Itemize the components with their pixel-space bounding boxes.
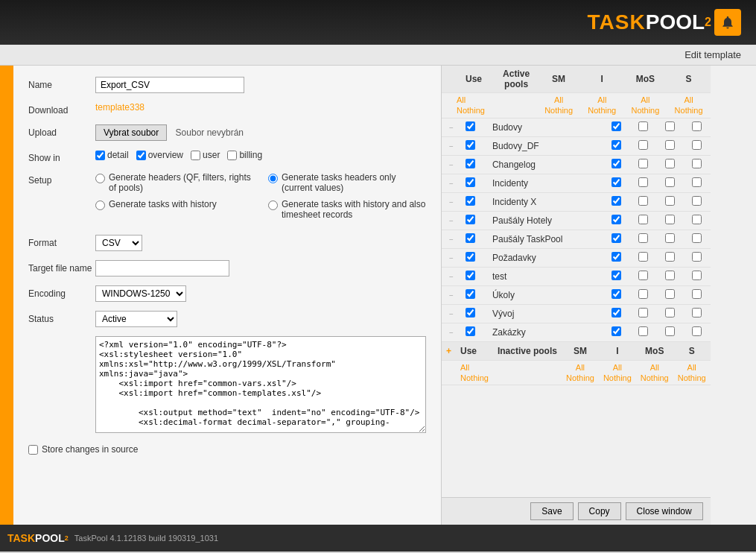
mos-checkbox-11[interactable] xyxy=(665,326,675,336)
inactive-i-all-link[interactable]: All xyxy=(603,362,632,373)
gen-tasks-history-radio[interactable] xyxy=(95,200,105,210)
s-checkbox-8[interactable] xyxy=(692,271,702,280)
i-checkbox-5[interactable] xyxy=(638,215,648,224)
mos-all-link[interactable]: All xyxy=(628,95,662,105)
use-checkbox-6[interactable] xyxy=(466,233,475,243)
mos-checkbox-0[interactable] xyxy=(665,121,675,131)
i-checkbox-7[interactable] xyxy=(638,252,648,262)
user-checkbox[interactable] xyxy=(191,151,200,160)
inactive-s-nothing-link[interactable]: Nothing xyxy=(678,373,706,383)
i-checkbox-11[interactable] xyxy=(638,326,648,336)
i-checkbox-8[interactable] xyxy=(638,271,648,280)
sm-checkbox-2[interactable] xyxy=(612,159,621,168)
s-checkbox-2[interactable] xyxy=(692,159,702,168)
sm-checkbox-3[interactable] xyxy=(612,177,621,187)
i-checkbox-9[interactable] xyxy=(638,289,648,299)
s-checkbox-1[interactable] xyxy=(692,140,702,150)
use-checkbox-3[interactable] xyxy=(466,177,475,187)
inactive-expand-icon[interactable]: + xyxy=(446,346,451,356)
encoding-select[interactable]: WINDOWS-1250 UTF-8 ISO-8859-1 xyxy=(95,285,186,302)
i-checkbox-4[interactable] xyxy=(638,196,648,206)
inactive-mos-all-link[interactable]: All xyxy=(641,362,669,373)
use-nothing-link[interactable]: Nothing xyxy=(457,105,491,116)
use-checkbox-8[interactable] xyxy=(466,271,475,280)
sm-checkbox-4[interactable] xyxy=(612,196,621,206)
sm-checkbox-10[interactable] xyxy=(612,308,621,317)
name-input[interactable] xyxy=(95,77,244,93)
s-all-link[interactable]: All xyxy=(671,95,705,105)
s-nothing-link[interactable]: Nothing xyxy=(671,105,705,116)
s-checkbox-7[interactable] xyxy=(692,252,702,262)
sm-all-link[interactable]: All xyxy=(541,95,576,105)
s-checkbox-0[interactable] xyxy=(692,121,702,131)
s-checkbox-6[interactable] xyxy=(692,233,702,243)
overview-checkbox[interactable] xyxy=(136,151,146,160)
detail-checkbox[interactable] xyxy=(95,151,105,160)
mos-checkbox-4[interactable] xyxy=(665,196,675,206)
sm-checkbox-11[interactable] xyxy=(612,326,621,336)
i-checkbox-0[interactable] xyxy=(638,121,648,131)
inactive-mos-nothing-link[interactable]: Nothing xyxy=(641,373,669,383)
use-all-link[interactable]: All xyxy=(457,95,491,105)
sm-checkbox-9[interactable] xyxy=(612,289,621,299)
show-in-detail[interactable]: detail xyxy=(95,150,129,160)
i-checkbox-1[interactable] xyxy=(638,140,648,150)
mos-checkbox-8[interactable] xyxy=(665,271,675,280)
show-in-overview[interactable]: overview xyxy=(136,150,183,160)
i-checkbox-6[interactable] xyxy=(638,233,648,243)
status-select[interactable]: Active Inactive xyxy=(95,311,177,327)
s-checkbox-10[interactable] xyxy=(692,308,702,317)
inactive-sm-nothing-link[interactable]: Nothing xyxy=(566,373,594,383)
mos-nothing-link[interactable]: Nothing xyxy=(628,105,662,116)
notification-bell-icon[interactable] xyxy=(714,9,741,36)
inactive-use-nothing-link[interactable]: Nothing xyxy=(460,373,489,383)
save-button[interactable]: Save xyxy=(530,502,573,520)
inactive-sm-all-link[interactable]: All xyxy=(566,362,594,373)
use-checkbox-9[interactable] xyxy=(466,289,475,299)
s-checkbox-4[interactable] xyxy=(692,196,702,206)
upload-button[interactable]: Vybrat soubor xyxy=(95,124,167,141)
use-checkbox-5[interactable] xyxy=(466,215,475,224)
use-checkbox-2[interactable] xyxy=(466,159,475,168)
inactive-s-all-link[interactable]: All xyxy=(678,362,706,373)
mos-checkbox-6[interactable] xyxy=(665,233,675,243)
use-checkbox-10[interactable] xyxy=(466,308,475,317)
show-in-user[interactable]: user xyxy=(191,150,220,160)
format-select[interactable]: CSV XLS JSON xyxy=(95,235,142,251)
target-file-input[interactable] xyxy=(95,260,229,276)
copy-button[interactable]: Copy xyxy=(578,502,621,520)
sm-checkbox-0[interactable] xyxy=(612,121,621,131)
use-checkbox-11[interactable] xyxy=(466,326,475,336)
use-checkbox-1[interactable] xyxy=(466,140,475,150)
s-checkbox-11[interactable] xyxy=(692,326,702,336)
use-checkbox-4[interactable] xyxy=(466,196,475,206)
show-in-billing[interactable]: billing xyxy=(227,150,262,160)
sm-checkbox-5[interactable] xyxy=(612,215,621,224)
mos-checkbox-7[interactable] xyxy=(665,252,675,262)
s-checkbox-5[interactable] xyxy=(692,215,702,224)
mos-checkbox-5[interactable] xyxy=(665,215,675,224)
inactive-i-nothing-link[interactable]: Nothing xyxy=(603,373,632,383)
use-checkbox-7[interactable] xyxy=(466,252,475,262)
mos-checkbox-9[interactable] xyxy=(665,289,675,299)
sm-checkbox-6[interactable] xyxy=(612,233,621,243)
sm-checkbox-1[interactable] xyxy=(612,140,621,150)
billing-checkbox[interactable] xyxy=(227,151,237,160)
i-all-link[interactable]: All xyxy=(585,95,619,105)
mos-checkbox-3[interactable] xyxy=(665,177,675,187)
inactive-use-all-link[interactable]: All xyxy=(460,362,489,373)
mos-checkbox-1[interactable] xyxy=(665,140,675,150)
use-checkbox-0[interactable] xyxy=(466,121,475,131)
s-checkbox-3[interactable] xyxy=(692,177,702,187)
i-checkbox-2[interactable] xyxy=(638,159,648,168)
store-changes-checkbox[interactable] xyxy=(28,445,38,455)
close-window-button[interactable]: Close window xyxy=(626,502,703,520)
i-checkbox-3[interactable] xyxy=(638,177,648,187)
s-checkbox-9[interactable] xyxy=(692,289,702,299)
sm-checkbox-8[interactable] xyxy=(612,271,621,280)
gen-tasks-headers-radio[interactable] xyxy=(268,174,278,183)
gen-tasks-timesheet-radio[interactable] xyxy=(268,200,278,210)
i-nothing-link[interactable]: Nothing xyxy=(585,105,619,116)
sm-checkbox-7[interactable] xyxy=(612,252,621,262)
xml-textarea[interactable]: <?xml version="1.0" encoding="UTF-8"?> <… xyxy=(95,336,426,433)
